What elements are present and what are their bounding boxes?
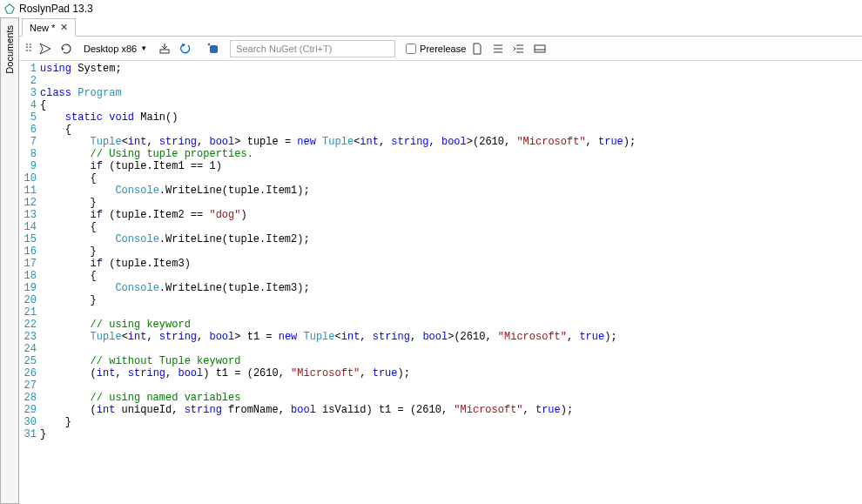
prerelease-label: Prerelease: [420, 44, 466, 54]
line-number: 27: [19, 380, 37, 392]
restart-button[interactable]: [57, 39, 76, 58]
line-number: 25: [19, 355, 37, 367]
build-button[interactable]: [155, 39, 174, 58]
line-number: 16: [19, 245, 37, 258]
code-line[interactable]: }: [40, 416, 862, 428]
code-line[interactable]: (int, string, bool) t1 = (2610, "Microso…: [40, 367, 862, 380]
undo-icon: [178, 42, 192, 56]
titlebar: RoslynPad 13.3: [0, 0, 862, 17]
line-number: 4: [19, 99, 37, 111]
code-line[interactable]: Console.WriteLine(tuple.Item1);: [40, 185, 862, 197]
code-line[interactable]: (int uniqueId, string fromName, bool isV…: [40, 404, 862, 416]
line-number: 19: [19, 282, 37, 294]
prerelease-input[interactable]: [406, 44, 416, 54]
list-icon: [491, 42, 505, 56]
code-line[interactable]: class Program: [40, 87, 862, 99]
platform-dropdown[interactable]: Desktop x86 ▼: [77, 40, 153, 57]
line-gutter: 1234567891011121314151617181920212223242…: [19, 63, 40, 504]
code-line[interactable]: }: [40, 428, 862, 440]
line-number: 6: [19, 124, 37, 136]
comment-button[interactable]: [509, 39, 529, 58]
close-icon[interactable]: ✕: [60, 22, 68, 33]
chevron-down-icon: ▼: [140, 44, 147, 52]
output-button[interactable]: [530, 39, 549, 58]
line-number: 5: [19, 111, 37, 124]
line-number: 7: [19, 136, 37, 148]
tab-label: New *: [30, 23, 55, 33]
line-number: 28: [19, 392, 37, 404]
line-number: 2: [19, 75, 37, 87]
code-line[interactable]: // Using tuple properties.: [40, 148, 862, 160]
format-button[interactable]: [488, 39, 508, 58]
code-line[interactable]: }: [40, 245, 862, 258]
svg-rect-2: [160, 50, 169, 53]
search-placeholder: Search NuGet (Ctrl+T): [236, 44, 332, 54]
nuget-button[interactable]: [204, 39, 223, 58]
code-line[interactable]: }: [40, 197, 862, 209]
line-number: 13: [19, 209, 37, 221]
code-line[interactable]: Console.WriteLine(tuple.Item3);: [40, 282, 862, 294]
send-icon: [38, 42, 52, 56]
code-line[interactable]: static void Main(): [40, 111, 862, 124]
code-line[interactable]: Tuple<int, string, bool> tuple = new Tup…: [40, 136, 862, 148]
nuget-icon: [206, 42, 220, 56]
undo-button[interactable]: [176, 39, 195, 58]
indent-icon: [512, 42, 526, 56]
search-input[interactable]: Search NuGet (Ctrl+T): [230, 40, 395, 57]
run-button[interactable]: [36, 39, 55, 58]
code-line[interactable]: }: [40, 294, 862, 306]
app-logo-icon: [3, 3, 16, 15]
new-doc-button[interactable]: [468, 39, 487, 58]
svg-rect-4: [210, 45, 218, 53]
line-number: 26: [19, 367, 37, 380]
code-line[interactable]: Tuple<int, string, bool> t1 = new Tuple<…: [40, 331, 862, 343]
code-line[interactable]: {: [40, 270, 862, 282]
line-number: 14: [19, 221, 37, 233]
code-line[interactable]: {: [40, 221, 862, 233]
svg-marker-3: [182, 44, 185, 47]
line-number: 15: [19, 233, 37, 245]
code-editor[interactable]: 1234567891011121314151617181920212223242…: [19, 61, 862, 504]
line-number: 8: [19, 148, 37, 160]
svg-marker-1: [62, 48, 64, 50]
code-line[interactable]: // using keyword: [40, 319, 862, 331]
code-line[interactable]: Console.WriteLine(tuple.Item2);: [40, 233, 862, 245]
code-line[interactable]: [40, 343, 862, 355]
refresh-icon: [59, 42, 73, 56]
code-line[interactable]: if (tuple.Item1 == 1): [40, 160, 862, 172]
toolbar: ⠿ Desktop x86 ▼ Search NuGet (Ctr: [19, 37, 862, 61]
code-line[interactable]: [40, 380, 862, 392]
document-icon: [470, 42, 484, 56]
documents-label: Documents: [4, 22, 15, 77]
line-number: 1: [19, 63, 37, 75]
line-number: 18: [19, 270, 37, 282]
code-area[interactable]: using System; class Program{ static void…: [40, 63, 862, 504]
line-number: 10: [19, 172, 37, 185]
app-title: RoslynPad 13.3: [19, 3, 93, 15]
line-number: 23: [19, 331, 37, 343]
documents-pane[interactable]: Documents: [0, 17, 19, 504]
line-number: 29: [19, 404, 37, 416]
code-line[interactable]: if (tuple.Item2 == "dog"): [40, 209, 862, 221]
line-number: 20: [19, 294, 37, 306]
code-line[interactable]: {: [40, 172, 862, 185]
svg-rect-6: [535, 45, 545, 52]
code-line[interactable]: {: [40, 99, 862, 111]
line-number: 12: [19, 197, 37, 209]
grip-icon: ⠿: [24, 42, 34, 55]
tabbar: New * ✕: [19, 17, 862, 37]
line-number: 30: [19, 416, 37, 428]
code-line[interactable]: // without Tuple keyword: [40, 355, 862, 367]
code-line[interactable]: {: [40, 124, 862, 136]
prerelease-checkbox[interactable]: Prerelease: [406, 44, 466, 54]
code-line[interactable]: [40, 75, 862, 87]
download-box-icon: [158, 42, 172, 56]
code-line[interactable]: using System;: [40, 63, 862, 75]
tab-new[interactable]: New * ✕: [22, 18, 76, 37]
code-line[interactable]: if (tuple.Item3): [40, 258, 862, 270]
line-number: 21: [19, 306, 37, 319]
line-number: 9: [19, 160, 37, 172]
code-line[interactable]: [40, 306, 862, 319]
code-line[interactable]: // using named variables: [40, 392, 862, 404]
line-number: 24: [19, 343, 37, 355]
